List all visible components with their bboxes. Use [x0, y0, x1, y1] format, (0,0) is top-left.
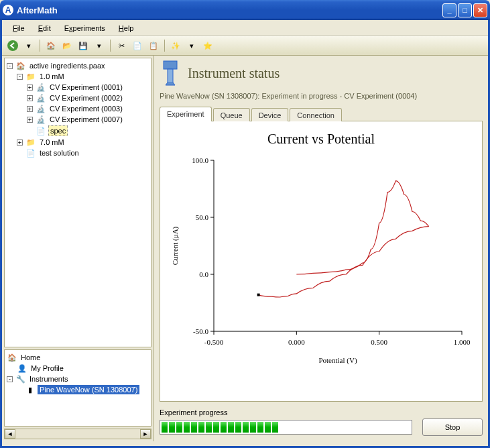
open-icon[interactable]: 📂 [60, 38, 74, 53]
menu-experiments[interactable]: Experiments [59, 23, 111, 34]
menubar: File Edit Experiments Help [2, 20, 488, 36]
panel-title: Instrument status [188, 66, 280, 81]
chart-panel: Current vs Potential -50.00.050.0100.0-0… [160, 121, 483, 402]
horizontal-scrollbar[interactable]: ◄ ► [4, 429, 151, 439]
svg-rect-23 [257, 294, 260, 296]
save-icon[interactable]: 💾 [76, 38, 90, 53]
svg-point-0 [7, 40, 18, 51]
dropdown-button[interactable]: ▾ [21, 38, 36, 53]
svg-text:Current (μA): Current (μA) [171, 226, 180, 265]
tree-folder-1[interactable]: 1.0 mM [38, 72, 66, 81]
scroll-left-icon[interactable]: ◄ [5, 429, 15, 439]
experiment-icon: 🔬 [36, 115, 46, 124]
toolbar: ▾ 🏠 📂 💾 ▾ ✂ 📄 📋 ✨ ▾ ⭐ [2, 36, 488, 56]
tree-root[interactable]: active ingredients.paax [28, 61, 107, 70]
profile-icon: 👤 [17, 363, 27, 373]
tree-exp-3[interactable]: CV Experiment (0003) [48, 104, 124, 113]
folder-icon: 📁 [25, 72, 36, 81]
folder-icon: 📁 [25, 137, 36, 147]
tree-folder-2[interactable]: 7.0 mM [38, 137, 66, 147]
svg-text:Potential (V): Potential (V) [318, 356, 357, 365]
maximize-button[interactable]: □ [458, 3, 472, 17]
tree-exp-4[interactable]: CV Experiment (0007) [48, 115, 124, 124]
svg-rect-1 [164, 61, 177, 69]
experiment-icon: 🔬 [36, 82, 46, 92]
dropdown-2[interactable]: ▾ [92, 38, 107, 53]
chart-plot: -50.00.050.0100.0-0.5000.0000.5001.000Po… [167, 154, 475, 368]
copy-icon[interactable]: 📄 [130, 38, 145, 53]
sidebar: -🏠active ingredients.paax -📁1.0 mM +🔬CV … [2, 56, 154, 441]
minimize-button[interactable]: _ [442, 3, 456, 17]
doc-icon: 📄 [25, 148, 36, 158]
cut-icon[interactable]: ✂ [114, 38, 129, 53]
tree-exp-2[interactable]: CV Experiment (0002) [48, 93, 124, 103]
progress-bar [160, 420, 412, 435]
status-line: Pine WaveNow (SN 1308007): Experiment in… [160, 92, 483, 100]
svg-text:50.0: 50.0 [196, 213, 209, 221]
tree-exp-1[interactable]: CV Experiment (0001) [48, 82, 124, 92]
stop-button[interactable]: Stop [422, 418, 483, 436]
experiment-icon: 🔬 [36, 104, 46, 113]
tab-device[interactable]: Device [251, 108, 289, 121]
tree-toggle[interactable]: + [27, 85, 33, 91]
home-icon: 🏠 [7, 353, 17, 362]
window-title: AfterMath [17, 5, 442, 15]
nav-home[interactable]: Home [19, 353, 42, 362]
scroll-right-icon[interactable]: ► [140, 429, 151, 439]
close-button[interactable]: ✕ [473, 3, 487, 17]
svg-text:0.500: 0.500 [371, 338, 387, 346]
home-icon: 🏠 [15, 61, 26, 70]
svg-text:-0.500: -0.500 [204, 338, 224, 346]
tree-test[interactable]: test solution [38, 148, 80, 158]
window-titlebar: A AfterMath _ □ ✕ [0, 0, 490, 20]
svg-rect-2 [168, 69, 173, 82]
instrument-icon [160, 60, 181, 87]
tree-toggle[interactable]: + [17, 139, 23, 146]
svg-text:-50.0: -50.0 [193, 327, 208, 335]
star-icon[interactable]: ⭐ [200, 38, 215, 53]
svg-text:1.000: 1.000 [454, 338, 471, 346]
instruments-icon: 🔧 [15, 374, 26, 384]
menu-edit[interactable]: Edit [33, 23, 56, 34]
nav-device[interactable]: Pine WaveNow (SN 1308007) [38, 385, 139, 394]
progress-label: Experiment progress [160, 408, 483, 416]
tree-toggle[interactable]: + [27, 117, 33, 123]
back-button[interactable] [5, 38, 20, 53]
tree-panel[interactable]: -🏠active ingredients.paax -📁1.0 mM +🔬CV … [4, 58, 151, 347]
tree-toggle[interactable]: + [27, 95, 33, 101]
experiment-icon: 🔬 [36, 93, 46, 103]
chart-title: Current vs Potential [167, 131, 475, 147]
doc-icon: 📄 [36, 126, 46, 135]
svg-text:0.0: 0.0 [199, 270, 208, 278]
app-icon: A [3, 5, 13, 15]
menu-file[interactable]: File [7, 23, 30, 34]
menu-help[interactable]: Help [113, 23, 139, 34]
tree-toggle[interactable]: - [17, 74, 23, 80]
nav-profile[interactable]: My Profile [29, 363, 65, 373]
tree-toggle[interactable]: + [27, 106, 33, 112]
device-icon: ▮ [25, 385, 36, 394]
wizard-icon[interactable]: ✨ [168, 38, 183, 53]
tab-connection[interactable]: Connection [290, 108, 342, 121]
paste-icon[interactable]: 📋 [146, 38, 161, 53]
tree-spec[interactable]: spec [48, 125, 68, 136]
tree-toggle[interactable]: - [7, 376, 13, 382]
tree-toggle[interactable]: - [7, 63, 13, 69]
tab-queue[interactable]: Queue [213, 108, 250, 121]
nav-instruments[interactable]: Instruments [28, 374, 69, 384]
dropdown-3[interactable]: ▾ [184, 38, 199, 53]
svg-text:100.0: 100.0 [192, 156, 208, 164]
content-panel: Instrument status Pine WaveNow (SN 13080… [154, 56, 488, 441]
tab-experiment[interactable]: Experiment [160, 107, 212, 121]
svg-text:0.000: 0.000 [288, 338, 305, 346]
home-icon[interactable]: 🏠 [44, 38, 58, 53]
nav-panel[interactable]: 🏠Home 👤My Profile -🔧Instruments ▮Pine Wa… [4, 349, 151, 427]
